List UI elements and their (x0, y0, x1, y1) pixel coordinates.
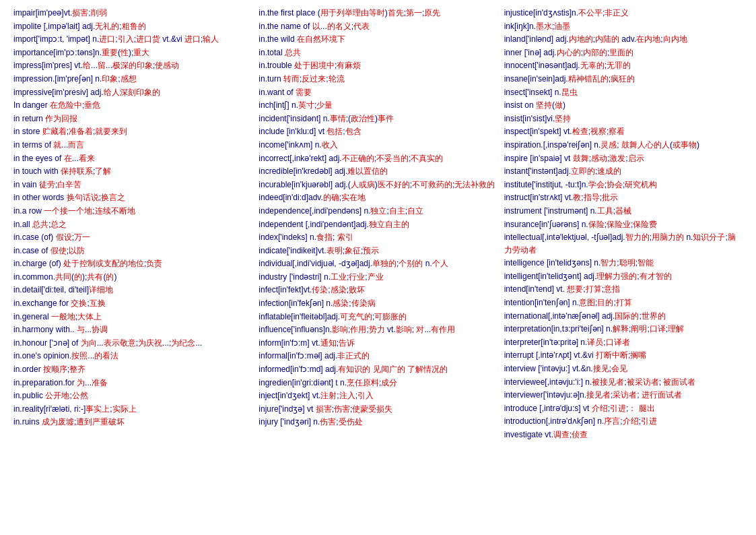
list-item: intend[in'tend] vt. 想要;打算;意指 (504, 283, 743, 296)
list-item: in.common.共同(的);共有(的) (13, 271, 252, 284)
list-item: in vain 徒劳;白辛苦 (13, 179, 252, 191)
list-item: inspiration.[,inspə'reiʃən] n.灵感; 鼓舞人心的人… (504, 139, 743, 152)
list-item: in.all 总共;总之 (13, 218, 252, 231)
list-item: international[,intə'næʃənəl] adj.国际的;世界的 (504, 310, 743, 323)
list-item: in.case of 假使;以防 (13, 245, 252, 257)
list-item: incredible[in'kredəbl] adj.难以置信的 (259, 165, 497, 178)
list-item: independence[,indi'pendəns] n.独立;自主;自立 (259, 205, 497, 218)
list-item: interrupt [,intə'rʌpt] vt.&vi 打断中断;搁嘴 (504, 349, 743, 362)
list-item: interviewer['intəvju:ə]n.接见者;采访者; 进行面试者 (504, 389, 743, 402)
list-item: inject[in'dʒekt] vt.注射;注入;引入 (259, 389, 497, 402)
list-item: insist on 坚持(做) (504, 99, 743, 112)
list-item: injury ['indʒəri] n.伤害;受伤处 (259, 416, 497, 429)
list-item: inch[intʃ] n.英寸;少量 (259, 99, 497, 112)
list-item: incorrect[,inkə'rekt] adj.不正确的;不妥当的;不真实的 (259, 152, 497, 165)
list-item: intellectual[,intə'lektjuəl, -tʃuəl]adj.… (504, 231, 743, 256)
list-item: instruct[in'strʌkt] vt.教;指导;批示 (504, 191, 743, 204)
list-item: include [in'klu:d] vt 包括;包含 (259, 125, 497, 138)
list-item: impolite [,impə'lait] adj.无礼的;粗鲁的 (13, 20, 252, 33)
list-item: in.the first place (用于列举理由等时)首先;第一;原先 (259, 7, 497, 20)
list-item: instrument ['instrumәnt] n.工具;器械 (504, 205, 743, 218)
list-item: in.trouble 处于困境中;有麻烦 (259, 59, 497, 72)
list-item: in the eyes of 在...看来 (13, 152, 252, 165)
list-item: impressive[im'presiv] adj.给人深刻印象的 (13, 86, 252, 99)
list-item: in.one's opinion.按照...的看法 (13, 350, 252, 363)
list-item: intention[in'tenʃən] n.意图;目的;打算 (504, 296, 743, 309)
list-item: ink[iŋk]n.墨水;油墨 (504, 20, 743, 33)
list-item: impair[im'peə]vt.损害;削弱 (13, 7, 252, 20)
list-item: inflatable[in'fleitəbl]adj.可充气的;可膨胀的 (259, 311, 497, 323)
list-item: in.detail['di:teil, di'teil]详细地 (13, 284, 252, 296)
list-item: injure['indʒə] vt 损害;伤害;使蒙受损失 (259, 403, 497, 416)
list-item: in terms of 就...而言 (13, 139, 252, 152)
list-item: interviewee[,intəvju:'i:] n.被接见者;被采访者; 被… (504, 376, 743, 389)
list-item: investigate vt.调查;侦查 (504, 429, 743, 441)
list-item: industry ['indəstri] n.工业;行业;产业 (259, 271, 497, 284)
list-item: insist[in'sist]vi.坚持 (504, 113, 743, 125)
list-item: inspire [in'spaiə] vt 鼓舞;感动;激发;启示 (504, 152, 743, 165)
list-item: index['indeks] n.食指; 索引 (259, 231, 497, 244)
list-item: in.total 总共 (259, 46, 497, 59)
list-item: infect[in'fekt]vt.传染;感染;败坏 (259, 284, 497, 296)
list-item: inland['inlənd] adj.内地的;内陆的 adv.在内地;向内地 (504, 33, 743, 46)
list-item: introduction[,intrə'dʌkʃən] n.序言;介绍;引进 (504, 415, 743, 428)
list-item: interpretation[in,tɜ:pri'teiʃən] n.解释;阐明… (504, 323, 743, 336)
list-item: in.a row 一个接一个地;连续不断地 (13, 205, 252, 218)
list-item: inform[in'fɔ:m] vt.通知;告诉 (259, 337, 497, 350)
list-item: income['inkʌm] n.收入 (259, 139, 497, 152)
list-item: in touch with 保持联系;了解 (13, 165, 252, 178)
list-item: in.preparation.for 为...准备 (13, 377, 252, 389)
list-item: impression.[im'preʃən] n.印象;感想 (13, 73, 252, 86)
list-item: impress[im'pres] vt.给...留...极深的印象;使感动 (13, 59, 252, 72)
list-item: ingredien[in'gri:diənt] t n.烹任原料;成分 (259, 377, 497, 389)
column-3: injustice[in'dʒʌstis]n.不公平;非正义ink[iŋk]n.… (504, 7, 743, 442)
list-item: in.exchange for 交换;互换 (13, 297, 252, 310)
list-item: individual[,indi'vidjuəl, -dʒəl]adj.单独的;… (259, 257, 497, 270)
list-item: in return 作为回报 (13, 113, 252, 125)
list-item: in.charge (of) 处于控制或支配的地位;负责 (13, 257, 252, 270)
list-item: interpreter[in'tə:pritə] n.译员;口译者 (504, 336, 743, 349)
list-item: independent [,indi'pendənt]adj.独立自主的 (259, 218, 497, 231)
main-content: impair[im'peə]vt.损害;削弱impolite [,impə'la… (13, 7, 743, 442)
list-item: import['impɔ:t, 'impət] n.进口;引入;进口货 vt.&… (13, 33, 252, 46)
list-item: in.want of 需要 (259, 86, 497, 99)
list-item: instant['instənt]adj.立即的;速成的 (504, 165, 743, 178)
list-item: inner ['inə] adj.内心的;内部的;里面的 (504, 46, 743, 59)
list-item: incurable[in'kjuərəbl] adj.(人或病)医不好的;不可救… (259, 179, 497, 191)
list-item: influence['influəns]n.影响;作用;势力 vt.影响; 对.… (259, 323, 497, 336)
list-item: institute['institjut, -tu:t]n.学会;协会;研究机构 (504, 179, 743, 191)
column-2: in.the first place (用于列举理由等时)首先;第一;原先in.… (259, 7, 497, 442)
list-item: indicate['indikeit]vt.表明;象征;预示 (259, 245, 497, 257)
list-item: incident['insidənt] n.事情;(政治性)事件 (259, 113, 497, 125)
list-item: introduce [,intrə'dju:s] vt 介绍;引进;： 腿出 (504, 402, 743, 415)
list-item: insane[in'sein]adj.精神错乱的;疯狂的 (504, 73, 743, 86)
list-item: in store 贮藏着;准备着;就要来到 (13, 125, 252, 138)
list-item: in.the wild 在自然环境下 (259, 33, 497, 46)
list-item: infection[in'fekʃən] n.感染;传染病 (259, 297, 497, 310)
list-item: innocent['inəsənt]adj.无辜的;无罪的 (504, 59, 743, 72)
column-1: impair[im'peə]vt.损害;削弱impolite [,impə'la… (13, 7, 252, 442)
list-item: indeed[in'di:d]adv.的确;实在地 (259, 191, 497, 204)
list-item: in.general 一般地;大体上 (13, 311, 252, 323)
list-item: in.case (of) 假设;万一 (13, 231, 252, 244)
list-item: insurance[in'ʃuərəns] n.保险;保险业;保险费 (504, 218, 743, 231)
list-item: in.order 按顺序;整齐 (13, 363, 252, 376)
list-item: in.harmony with.. 与...协调 (13, 323, 252, 336)
list-item: in.honour ['ɔnə] of 为向...表示敬意;为庆祝...;为纪念… (13, 337, 252, 350)
list-item: insect['insekt] n.昆虫 (504, 86, 743, 99)
list-item: in.reality[ri'æləti, ri:-]事实上;实际上 (13, 403, 252, 416)
list-item: in.turn 转而;反过来;轮流 (259, 73, 497, 86)
list-item: In danger 在危险中;垂危 (13, 99, 252, 112)
list-item: intelligence [in'telidʒəns] n.智力;聪明;智能 (504, 257, 743, 270)
list-item: intelligent[in'telidʒənt] adj.理解力强的;有才智的 (504, 270, 743, 283)
list-item: informed[in'fɔ:md] adj.有知识的 见闻广的 了解情况的 (259, 363, 497, 376)
list-item: injustice[in'dʒʌstis]n.不公平;非正义 (504, 7, 743, 20)
list-item: inspect[in'spekt] vt.检查;视察;察看 (504, 125, 743, 138)
list-item: in.ruins 成为废墟;遭到严重破坏 (13, 416, 252, 429)
list-item: in.the name of 以...的名义;代表 (259, 20, 497, 33)
list-item: informal[in'fɔ:məl] adj.非正式的 (259, 350, 497, 363)
list-item: in other words 换句话说;换言之 (13, 191, 252, 204)
list-item: interview ['intəvju:] vt.&n.接见;会见 (504, 363, 743, 375)
list-item: in.public 公开地;公然 (13, 389, 252, 402)
list-item: importance[im'pɔ:təns]n.重要(性);重大 (13, 46, 252, 59)
